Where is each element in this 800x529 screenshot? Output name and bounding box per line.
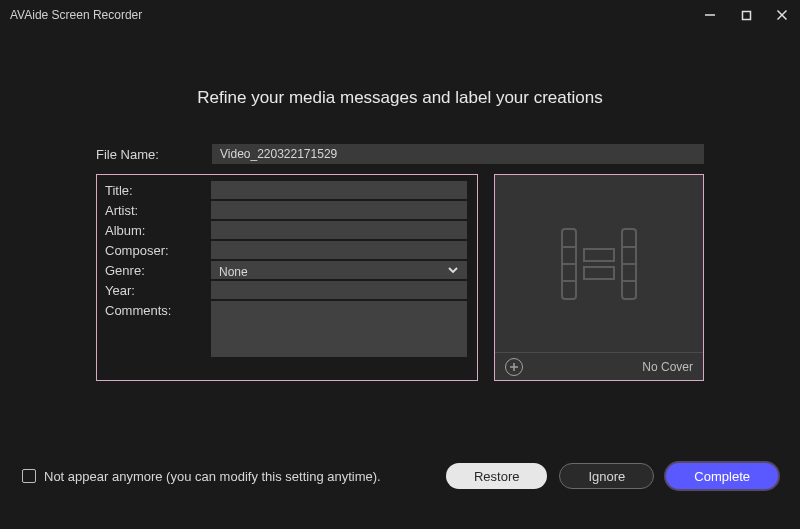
title-label: Title: xyxy=(103,183,211,198)
titlebar: AVAide Screen Recorder xyxy=(0,0,800,30)
close-button[interactable] xyxy=(764,0,800,30)
svg-rect-12 xyxy=(584,249,614,261)
genre-label: Genre: xyxy=(103,263,211,278)
minimize-icon xyxy=(704,9,716,21)
filename-input[interactable] xyxy=(212,144,704,164)
cover-art-placeholder xyxy=(495,175,703,352)
svg-rect-13 xyxy=(584,267,614,279)
title-row: Title: xyxy=(103,181,467,199)
restore-button[interactable]: Restore xyxy=(446,463,548,489)
panels: Title: Artist: Album: Composer: Genre: N xyxy=(96,174,704,381)
genre-select[interactable]: None xyxy=(211,261,467,279)
comments-label: Comments: xyxy=(103,301,211,318)
artist-input[interactable] xyxy=(211,201,467,219)
page-heading: Refine your media messages and label you… xyxy=(0,88,800,108)
composer-label: Composer: xyxy=(103,243,211,258)
comments-row: Comments: xyxy=(103,301,467,360)
minimize-button[interactable] xyxy=(692,0,728,30)
app-title: AVAide Screen Recorder xyxy=(10,8,142,22)
window-controls xyxy=(692,0,800,30)
close-icon xyxy=(776,9,788,21)
film-icon xyxy=(554,219,644,309)
comments-input[interactable] xyxy=(211,301,467,357)
cover-panel: No Cover xyxy=(494,174,704,381)
footer: Not appear anymore (you can modify this … xyxy=(0,463,800,489)
complete-button[interactable]: Complete xyxy=(666,463,778,489)
year-label: Year: xyxy=(103,283,211,298)
year-input[interactable] xyxy=(211,281,467,299)
year-row: Year: xyxy=(103,281,467,299)
no-cover-label: No Cover xyxy=(642,360,693,374)
composer-input[interactable] xyxy=(211,241,467,259)
maximize-button[interactable] xyxy=(728,0,764,30)
title-input[interactable] xyxy=(211,181,467,199)
maximize-icon xyxy=(741,10,752,21)
filename-label: File Name: xyxy=(96,147,212,162)
album-label: Album: xyxy=(103,223,211,238)
ignore-button[interactable]: Ignore xyxy=(559,463,654,489)
metadata-panel: Title: Artist: Album: Composer: Genre: N xyxy=(96,174,478,381)
composer-row: Composer: xyxy=(103,241,467,259)
not-appear-label: Not appear anymore (you can modify this … xyxy=(44,469,381,484)
svg-rect-1 xyxy=(742,11,750,19)
artist-label: Artist: xyxy=(103,203,211,218)
artist-row: Artist: xyxy=(103,201,467,219)
genre-row: Genre: None xyxy=(103,261,467,279)
add-cover-button[interactable] xyxy=(505,358,523,376)
cover-bottom-bar: No Cover xyxy=(495,352,703,380)
plus-icon xyxy=(509,362,519,372)
album-row: Album: xyxy=(103,221,467,239)
filename-row: File Name: xyxy=(96,144,704,164)
content-area: File Name: Title: Artist: Album: Compose… xyxy=(96,144,704,381)
album-input[interactable] xyxy=(211,221,467,239)
not-appear-checkbox[interactable] xyxy=(22,469,36,483)
